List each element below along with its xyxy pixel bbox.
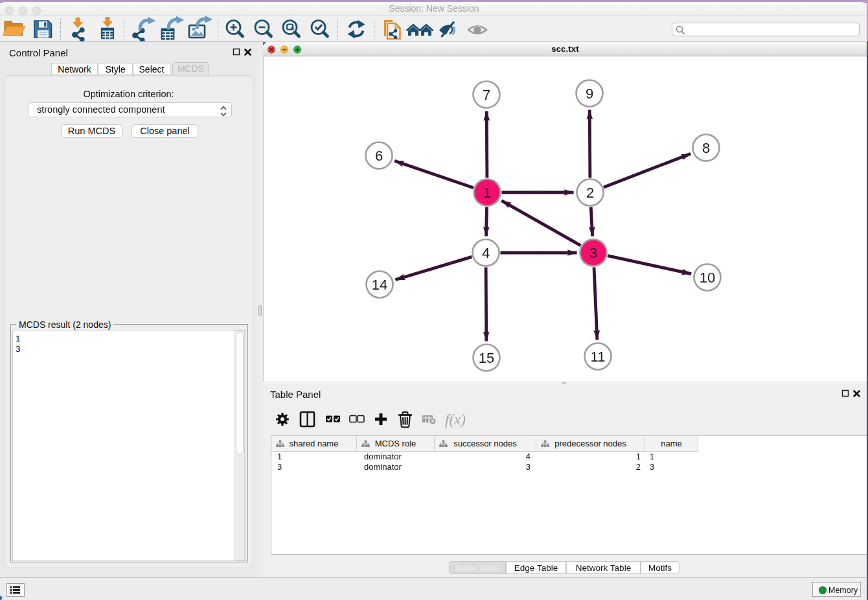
svg-text:6: 6 — [375, 148, 383, 164]
svg-text:9: 9 — [586, 86, 593, 102]
svg-text:8: 8 — [702, 140, 710, 156]
svg-text:11: 11 — [591, 349, 606, 365]
svg-text:4: 4 — [482, 245, 490, 261]
svg-text:3: 3 — [589, 245, 597, 261]
svg-text:7: 7 — [483, 87, 490, 103]
svg-text:f(x): f(x) — [445, 411, 466, 428]
svg-text:14: 14 — [372, 277, 387, 293]
svg-text:10: 10 — [700, 270, 715, 286]
svg-text:15: 15 — [479, 350, 494, 366]
svg-text:2: 2 — [586, 185, 594, 201]
svg-text:1: 1 — [483, 185, 491, 201]
